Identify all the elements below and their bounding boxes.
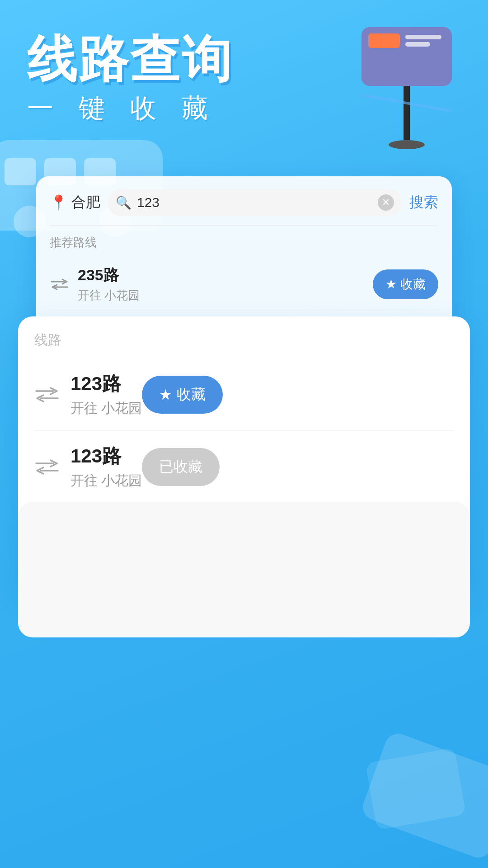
- search-icon: 🔍: [116, 195, 131, 210]
- page-title: 线路查询: [27, 32, 233, 86]
- favorite-label: 收藏: [400, 276, 426, 293]
- header: 线路查询 一 键 收 藏: [27, 32, 233, 126]
- route-direction: 开往 小花园: [78, 288, 373, 303]
- route-info: 123路 开往 小花园: [70, 371, 142, 418]
- location-pin-icon: 📍: [50, 194, 68, 211]
- route-name: 235路: [78, 265, 373, 286]
- list-item: 235路 开往 小花园 ★ 收藏: [50, 258, 438, 311]
- search-button[interactable]: 搜索: [409, 193, 438, 212]
- bottom-area: [18, 502, 470, 637]
- route-direction: 开往 小花园: [70, 472, 142, 490]
- star-icon: ★: [159, 386, 172, 403]
- star-icon: ★: [385, 277, 397, 292]
- route-name: 123路: [70, 443, 142, 469]
- route-name: 123路: [70, 371, 142, 396]
- list-item: 123路 开往 小花园 ★ 收藏: [34, 359, 454, 431]
- search-bar: 📍 合肥 🔍 123 ✕ 搜索: [50, 189, 438, 226]
- route-exchange-icon: [34, 454, 60, 480]
- route-exchange-icon: [50, 274, 70, 294]
- favorite-button[interactable]: ★ 收藏: [142, 376, 223, 414]
- location-badge[interactable]: 📍 合肥: [50, 193, 100, 212]
- favorite-button[interactable]: ★ 收藏: [373, 269, 438, 299]
- list-item: 123路 开往 小花园 已收藏: [34, 431, 454, 503]
- city-label: 合肥: [71, 193, 100, 212]
- search-input-area[interactable]: 🔍 123 ✕: [108, 189, 402, 216]
- clear-button[interactable]: ✕: [378, 194, 394, 211]
- favorited-button[interactable]: 已收藏: [142, 448, 220, 486]
- route-exchange-icon: [34, 382, 60, 407]
- routes-section-label: 线路: [34, 331, 454, 349]
- route-info: 235路 开往 小花园: [78, 265, 373, 303]
- search-query[interactable]: 123: [137, 195, 372, 210]
- route-info: 123路 开往 小花园: [70, 443, 142, 490]
- page-subtitle: 一 键 收 藏: [27, 91, 233, 126]
- route-direction: 开往 小花园: [70, 399, 142, 418]
- bus-stop-illustration: [361, 27, 452, 140]
- favorite-label: 收藏: [177, 385, 206, 405]
- recommend-label: 推荐路线: [50, 235, 438, 250]
